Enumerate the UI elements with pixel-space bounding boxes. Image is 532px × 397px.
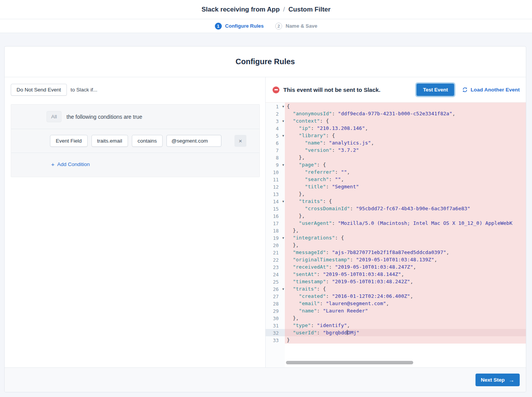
code-line[interactable]: "receivedAt": "2019-05-10T01:03:48.247Z"… [285,263,526,271]
condition-field-path-button[interactable]: traits.email [91,135,128,147]
line-number: 1 [276,103,279,109]
line-number: 31 [273,322,279,328]
breadcrumb-integration[interactable]: Slack receiving from App [201,6,279,13]
line-number: 5 [276,133,279,138]
match-row: All the following conditions are true [11,105,259,129]
gutter-line: 23 [266,263,285,271]
gutter-line: 4 [266,125,285,132]
horizontal-scrollbar[interactable] [285,361,526,365]
fold-arrow-icon[interactable]: ▾ [282,236,284,240]
line-number: 7 [276,147,279,153]
line-number: 27 [273,293,279,299]
line-number: 11 [273,176,279,182]
code-line[interactable]: "type": "identify", [285,322,526,329]
line-number: 10 [273,169,279,175]
condition-field-type-button[interactable]: Event Field [50,135,88,147]
code-line[interactable]: "email": "lauren@segment.com", [285,300,526,307]
match-type-chip[interactable]: All [47,111,62,122]
gutter-line: 2 [266,110,285,117]
condition-operator-button[interactable]: contains [132,135,163,147]
code-line[interactable]: "page": { [285,161,526,168]
load-another-event-link[interactable]: Load Another Event [462,87,520,93]
json-event-editor[interactable]: 1▾23▾45▾6789▾1011121314▾1516171819▾20212… [266,103,526,367]
remove-condition-button[interactable]: × [234,135,246,147]
code-line[interactable]: "referrer": "", [285,168,526,176]
code-line[interactable]: "version": "3.7.2" [285,146,526,154]
gutter-line: 16 [266,212,285,219]
breadcrumb-current: Custom Filter [288,6,331,13]
code-line[interactable]: "name": "analytics.js", [285,139,526,146]
step-configure-rules[interactable]: 1 Configure Rules [215,23,264,30]
code-line[interactable]: "userAgent": "Mozilla/5.0 (Macintosh; In… [285,219,526,227]
code-line[interactable]: "name": "Lauren Reeder" [285,307,526,314]
code-line[interactable]: "userId": "bgrqbddDMj" [285,329,526,336]
code-line[interactable]: }, [285,241,526,249]
line-number: 23 [273,264,279,270]
next-step-button[interactable]: Next Step → [475,374,520,386]
line-number: 4 [276,125,279,131]
line-number: 20 [273,242,279,248]
filter-action-button[interactable]: Do Not Send Event [11,84,67,96]
code-line[interactable]: }, [285,190,526,198]
code-line[interactable]: "created": "2016-01-12T02:24:06.400Z", [285,292,526,300]
fold-arrow-icon[interactable]: ▾ [282,199,284,203]
add-condition-button[interactable]: + Add Condition [51,161,90,168]
gutter-line: 25 [266,278,285,285]
next-step-label: Next Step [481,377,505,383]
card-footer: Next Step → [5,367,526,392]
arrow-right-icon: → [509,377,514,383]
line-number: 28 [273,301,279,306]
step-1-label: Configure Rules [225,23,264,29]
gutter-line: 11 [266,176,285,183]
fold-arrow-icon[interactable]: ▾ [282,134,284,138]
code-line[interactable]: }, [285,212,526,219]
code-line[interactable]: { [285,103,526,110]
gutter-line: 22 [266,256,285,263]
code-line[interactable]: }, [285,227,526,234]
fold-arrow-icon[interactable]: ▾ [282,119,284,123]
line-number: 26 [273,286,279,292]
line-number: 21 [273,249,279,255]
fold-arrow-icon[interactable]: ▾ [282,163,284,167]
line-number: 22 [273,257,279,262]
filter-action-row: Do Not Send Event to Slack if... [11,84,260,96]
code-line[interactable]: "anonymousId": "ddf9ecda-977b-4231-b000-… [285,110,526,117]
line-number: 14 [273,198,279,204]
fold-arrow-icon[interactable]: ▾ [282,105,284,108]
line-number: 25 [273,279,279,284]
code-line[interactable]: "ip": "210.13.208.146", [285,125,526,132]
fold-arrow-icon[interactable]: ▾ [282,287,284,291]
code-line[interactable]: "messageId": "ajs-7b8270771eb2f1f8a87eed… [285,249,526,256]
code-line[interactable]: "timestamp": "2019-05-10T01:03:48.242Z", [285,278,526,285]
filter-builder-panel: Do Not Send Event to Slack if... All the… [5,77,265,367]
code-line[interactable]: "title": "Segment" [285,183,526,190]
code-line[interactable]: "traits": { [285,198,526,205]
line-number: 17 [273,220,279,226]
code-line[interactable]: "traits": { [285,285,526,292]
line-number: 24 [273,271,279,277]
code-line[interactable]: "integrations": { [285,234,526,241]
code-line[interactable]: "crossDomainId": "95cbdd72-fc67-4b43-b90… [285,205,526,212]
line-number: 15 [273,206,279,211]
code-line[interactable]: "library": { [285,132,526,139]
step-name-save[interactable]: 2 Name & Save [275,23,317,30]
condition-row: Event Field traits.email contains × [11,129,259,153]
code-line[interactable]: "search": "", [285,176,526,183]
code-line[interactable]: } [285,336,526,344]
scrollbar-thumb[interactable] [286,361,413,364]
editor-code-area[interactable]: { "anonymousId": "ddf9ecda-977b-4231-b00… [285,103,526,367]
code-line[interactable]: }, [285,314,526,322]
breadcrumb: Slack receiving from App / Custom Filter [201,6,331,13]
line-number: 9 [276,162,279,168]
condition-value-input[interactable] [166,135,221,147]
code-line[interactable]: "context": { [285,117,526,125]
test-event-button[interactable]: Test Event [416,83,454,96]
code-line[interactable]: }, [285,154,526,161]
page-title: Configure Rules [236,57,295,66]
line-number: 29 [273,308,279,314]
code-line[interactable]: "sentAt": "2019-05-10T01:03:48.144Z", [285,271,526,278]
gutter-line: 17 [266,219,285,227]
code-line[interactable]: "originalTimestamp": "2019-05-10T01:03:4… [285,256,526,263]
preview-header: This event will not be sent to Slack. Te… [266,77,526,103]
breadcrumb-separator: / [283,6,285,13]
